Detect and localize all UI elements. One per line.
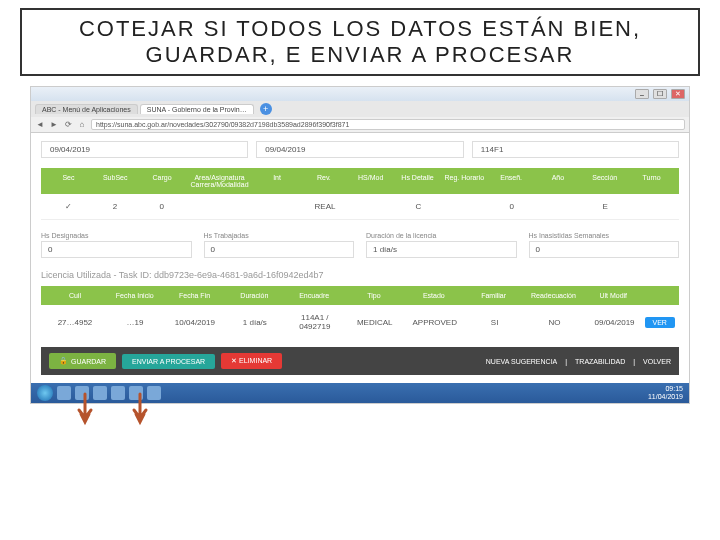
window-titlebar: – ☐ ✕ [31,87,689,101]
licencia-task-id: Licencia Utilizada - Task ID: ddb9723e-6… [41,270,679,280]
th-finicio: Fecha Inicio [105,292,165,299]
th-read: Readecuación [524,292,584,299]
th-hsdet: Hs Detalle [394,174,441,188]
cell-ffin: 10/04/2019 [165,318,225,327]
cell-rev [348,202,395,211]
cell-int: REAL [302,202,349,211]
field-duracion: Duración de la licencia 1 día/s [366,232,517,258]
tab-suna[interactable]: SUNA - Gobierno de la Provin… [140,104,254,114]
guardar-button[interactable]: 🔒GUARDAR [49,353,116,369]
th-dur: Duración [224,292,284,299]
table-b-header: Cuil Fecha Inicio Fecha Fin Duración Enc… [41,286,679,305]
cell-cargo [185,202,232,211]
cell-sec: 2 [92,202,139,211]
page-content: 09/04/2019 09/04/2019 114F1 Sec SubSec C… [31,133,689,383]
input-hs-inasistidas[interactable]: 0 [529,241,680,258]
th-seccion: Sección [581,174,628,188]
th-action [643,292,675,299]
th-reg: Reg. Horario [441,174,488,188]
code-field[interactable]: 114F1 [472,141,679,158]
system-clock[interactable]: 09:15 11/04/2019 [648,385,683,400]
eliminar-button[interactable]: ✕ ELIMINAR [221,353,282,369]
th-ano: Año [535,174,582,188]
nueva-sugerencia-link[interactable]: NUEVA SUGERENCIA [486,358,557,365]
date-field-2[interactable]: 09/04/2019 [256,141,463,158]
cell-fam: SI [465,318,525,327]
sep: | [565,358,567,365]
fields-row: Hs Designadas 0 Hs Trabajadas 0 Duración… [41,232,679,258]
forward-icon[interactable]: ► [49,120,59,130]
annotation-arrow-2 [130,392,150,427]
cell-hsmod: C [395,202,442,211]
th-int: Int [254,174,301,188]
address-bar: ◄ ► ⟳ ⌂ https://suna.abc.gob.ar/novedade… [31,117,689,133]
cell-tipo: MEDICAL [345,318,405,327]
volver-link[interactable]: VOLVER [643,358,671,365]
cell-enc: 114A1 / 0492719 [285,313,345,331]
task-icon-4[interactable] [111,386,125,400]
th-fam: Familiar [464,292,524,299]
field-hs-designadas: Hs Designadas 0 [41,232,192,258]
cell-seccion [628,202,675,211]
enviar-procesar-button[interactable]: ENVIAR A PROCESAR [122,354,215,369]
tab-abc[interactable]: ABC - Menú de Aplicaciones [35,104,138,114]
th-cargo: Cargo [139,174,186,188]
th-ensen: Enseñ. [488,174,535,188]
home-icon[interactable]: ⌂ [77,120,87,130]
input-hs-trabajadas[interactable]: 0 [204,241,355,258]
trazabilidad-link[interactable]: TRAZABILIDAD [575,358,625,365]
maximize-button[interactable]: ☐ [653,89,667,99]
th-estado: Estado [404,292,464,299]
th-subsec: SubSec [92,174,139,188]
cell-cuil: 27…4952 [45,318,105,327]
th-cuil: Cuil [45,292,105,299]
cell-hsdet [442,202,489,211]
label-hs-inasistidas: Hs Inasistidas Semanales [529,232,680,239]
th-turno: Turno [628,174,675,188]
new-tab-button[interactable]: + [260,103,272,115]
th-rev: Rev. [300,174,347,188]
th-umod: Ult Modif [583,292,643,299]
cell-estado: APPROVED [405,318,465,327]
task-icon-1[interactable] [57,386,71,400]
th-ffin: Fecha Fin [165,292,225,299]
cell-reg: 0 [488,202,535,211]
th-sec: Sec [45,174,92,188]
cell-subsec: 0 [138,202,185,211]
input-duracion[interactable]: 1 día/s [366,241,517,258]
cell-finicio: …19 [105,318,165,327]
table-b-row: 27…4952 …19 10/04/2019 1 día/s 114A1 / 0… [41,305,679,339]
field-hs-inasistidas: Hs Inasistidas Semanales 0 [529,232,680,258]
check-icon[interactable]: ✓ [45,202,92,211]
date-field-1[interactable]: 09/04/2019 [41,141,248,158]
lock-icon: 🔒 [59,357,68,365]
input-hs-designadas[interactable]: 0 [41,241,192,258]
close-button[interactable]: ✕ [671,89,685,99]
tab-strip: ABC - Menú de Aplicaciones SUNA - Gobier… [31,101,689,117]
label-hs-designadas: Hs Designadas [41,232,192,239]
ver-button[interactable]: VER [645,318,675,327]
slide-title: COTEJAR SI TODOS LOS DATOS ESTÁN BIEN, G… [20,8,700,76]
reload-icon[interactable]: ⟳ [63,120,73,130]
label-hs-trabajadas: Hs Trabajadas [204,232,355,239]
action-right-links: NUEVA SUGERENCIA | TRAZABILIDAD | VOLVER [486,358,671,365]
url-input[interactable]: https://suna.abc.gob.ar/novedades/302790… [91,119,685,130]
back-icon[interactable]: ◄ [35,120,45,130]
browser-window: – ☐ ✕ ABC - Menú de Aplicaciones SUNA - … [30,86,690,404]
action-bar: 🔒GUARDAR ENVIAR A PROCESAR ✕ ELIMINAR NU… [41,347,679,375]
task-icon-3[interactable] [93,386,107,400]
top-fields-row: 09/04/2019 09/04/2019 114F1 [41,141,679,158]
cell-ano: E [582,202,629,211]
cell-dur: 1 día/s [225,318,285,327]
cell-area [232,202,302,211]
cell-ensen [535,202,582,211]
annotation-arrow-1 [75,392,95,427]
minimize-button[interactable]: – [635,89,649,99]
start-button[interactable] [37,385,53,401]
cell-umod: 09/04/2019 [585,318,645,327]
th-tipo: Tipo [344,292,404,299]
th-area: Area/Asignatura Carrera/Modalidad [185,174,253,188]
label-duracion: Duración de la licencia [366,232,517,239]
table-a-header: Sec SubSec Cargo Area/Asignatura Carrera… [41,168,679,194]
table-a-row: ✓ 2 0 REAL C 0 E [41,194,679,220]
